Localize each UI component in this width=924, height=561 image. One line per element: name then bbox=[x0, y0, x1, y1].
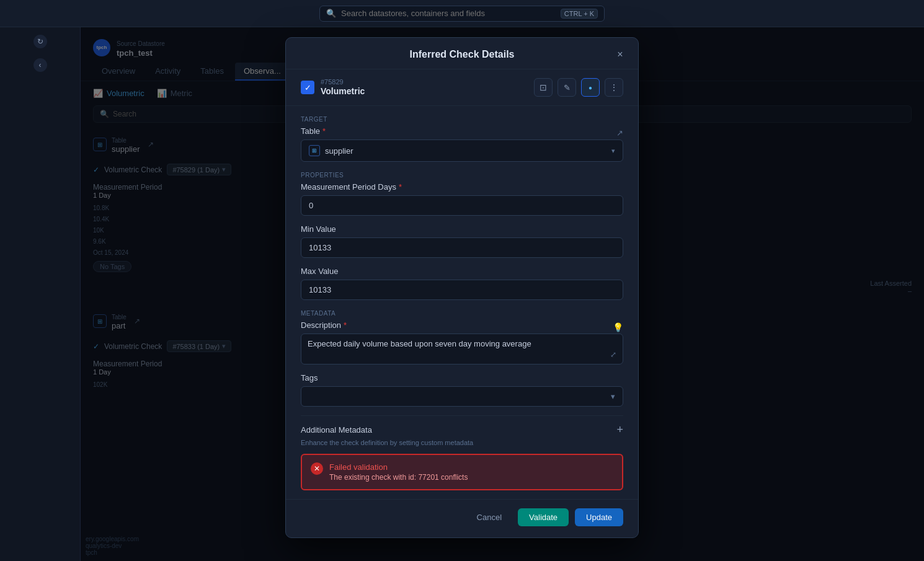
table-field-group: Table * ↗ ⊞ supplier ▾ bbox=[301, 126, 623, 162]
validation-error-box: ✕ Failed validation The existing check w… bbox=[301, 454, 623, 490]
part-table-name: part bbox=[112, 321, 125, 330]
error-message: The existing check with id: 77201 confli… bbox=[329, 473, 468, 482]
update-button[interactable]: Update bbox=[575, 508, 623, 526]
chevron-down-icon-2: ▾ bbox=[222, 342, 226, 350]
modal-footer: Cancel Validate Update bbox=[286, 499, 638, 537]
meas-period-days-label: Measurement Period Days bbox=[301, 182, 396, 192]
tab-metric[interactable]: 📊 Metric bbox=[157, 89, 192, 98]
min-value-field[interactable] bbox=[309, 243, 615, 252]
properties-section-label: Properties bbox=[301, 172, 623, 179]
min-value-input[interactable] bbox=[301, 237, 623, 258]
edit-button[interactable]: ✎ bbox=[558, 78, 576, 97]
error-x-icon: ✕ bbox=[311, 462, 323, 475]
refresh-icon: ↻ bbox=[37, 37, 43, 46]
add-metadata-button[interactable]: + bbox=[616, 423, 623, 436]
target-section-label: Target bbox=[301, 116, 623, 123]
copy-icon: ⊡ bbox=[540, 82, 547, 92]
table-selected-value: supplier bbox=[325, 146, 353, 156]
additional-metadata-section: Additional Metadata + bbox=[301, 415, 623, 439]
more-icon: ⋮ bbox=[610, 82, 618, 92]
modal-check-row: ✓ #75829 Volumetric ⊡ ✎ ● ⋮ bbox=[286, 69, 638, 106]
table-external-link-icon[interactable]: ↗ bbox=[616, 128, 623, 138]
check-title-info: #75829 Volumetric bbox=[321, 78, 365, 97]
meas-period-days-field[interactable] bbox=[309, 201, 615, 210]
modal-close-button[interactable]: × bbox=[612, 46, 628, 63]
modal-body: Target Table * ↗ ⊞ supplier ▾ bbox=[286, 106, 638, 499]
check-badge-2[interactable]: #75833 (1 Day) ▾ bbox=[167, 340, 231, 352]
lightbulb-icon: 💡 bbox=[613, 322, 623, 332]
copy-button[interactable]: ⊡ bbox=[534, 78, 553, 97]
volumetric-check-label-2: Volumetric Check bbox=[104, 342, 162, 351]
desc-required-star: * bbox=[344, 320, 347, 330]
check-id: #75829 bbox=[321, 78, 365, 86]
additional-meta-title: Additional Metadata bbox=[301, 425, 372, 435]
check-checkbox[interactable]: ✓ bbox=[301, 81, 314, 94]
content-search-input[interactable] bbox=[113, 110, 212, 118]
chevron-left-icon: ‹ bbox=[39, 61, 42, 69]
status-dot-button[interactable]: ● bbox=[581, 78, 600, 97]
max-value-field[interactable] bbox=[309, 285, 615, 294]
select-chevron-icon: ▾ bbox=[611, 147, 615, 155]
datastore-info: Source Datastore tpch_test bbox=[117, 37, 165, 58]
tab-observa[interactable]: Observa... bbox=[235, 63, 290, 81]
table-prefix-label: Table bbox=[112, 137, 127, 144]
check-title-left: ✓ #75829 Volumetric bbox=[301, 78, 365, 97]
global-search-input[interactable] bbox=[341, 9, 556, 18]
table-required-star: * bbox=[322, 126, 326, 136]
measurement-period-days-group: Measurement Period Days * bbox=[301, 182, 623, 216]
cancel-button[interactable]: Cancel bbox=[467, 508, 512, 526]
top-search-bar: 🔍 CTRL + K bbox=[0, 0, 924, 27]
check-actions: ⊡ ✎ ● ⋮ bbox=[534, 78, 623, 97]
external-link-icon-2: ↗ bbox=[134, 317, 140, 325]
no-tags-badge: No Tags bbox=[93, 261, 131, 272]
table-select-inner: ⊞ supplier bbox=[309, 145, 353, 156]
table-icon-part: ⊞ bbox=[93, 314, 107, 328]
tags-label: Tags bbox=[301, 373, 318, 382]
table-label-row: Table * ↗ bbox=[301, 126, 623, 139]
tab-tables[interactable]: Tables bbox=[192, 63, 233, 81]
edit-icon: ✎ bbox=[564, 83, 571, 92]
metric-label: Metric bbox=[171, 89, 192, 98]
sidebar: ↻ ‹ bbox=[0, 27, 81, 561]
description-textarea-wrap[interactable]: Expected daily volume based upon seven d… bbox=[301, 334, 623, 364]
check-badge-1[interactable]: #75829 (1 Day) ▾ bbox=[167, 164, 231, 175]
table2-prefix-label: Table bbox=[112, 314, 127, 320]
datastore-avatar: tpch bbox=[93, 39, 110, 56]
modal-title: Inferred Check Details bbox=[301, 49, 623, 60]
datastore-name: tpch_test bbox=[117, 48, 165, 58]
validate-button[interactable]: Validate bbox=[518, 508, 569, 526]
global-search-wrap[interactable]: 🔍 CTRL + K bbox=[319, 6, 605, 22]
sidebar-refresh-button[interactable]: ↻ bbox=[33, 35, 47, 48]
content-search-icon: 🔍 bbox=[100, 110, 109, 118]
min-value-group: Min Value bbox=[301, 224, 623, 258]
table-label: Table bbox=[301, 126, 320, 136]
check-mark-icon-2: ✓ bbox=[93, 342, 99, 351]
tab-volumetric[interactable]: 📈 Volumetric bbox=[93, 89, 144, 98]
external-link-icon: ↗ bbox=[148, 140, 154, 149]
inferred-check-modal: Inferred Check Details × ✓ #75829 Volume… bbox=[285, 37, 639, 538]
table-icon: ⊞ bbox=[93, 138, 107, 151]
supplier-table-name: supplier bbox=[112, 144, 140, 154]
measurement-period-days-input[interactable] bbox=[301, 195, 623, 216]
max-value-group: Max Value bbox=[301, 267, 623, 300]
search-icon: 🔍 bbox=[326, 9, 336, 18]
check-name: Volumetric bbox=[321, 86, 365, 96]
expand-icon[interactable]: ⤢ bbox=[610, 350, 616, 359]
tab-activity[interactable]: Activity bbox=[146, 63, 189, 81]
tab-overview[interactable]: Overview bbox=[93, 63, 144, 81]
bottom-url: ery.googleapis.comqualytics-devtpch bbox=[81, 536, 144, 556]
error-text-wrap: Failed validation The existing check wit… bbox=[329, 462, 468, 482]
tags-select[interactable]: ▾ bbox=[301, 386, 623, 407]
desc-label-row: Description * 💡 bbox=[301, 320, 623, 334]
table-select[interactable]: ⊞ supplier ▾ bbox=[301, 139, 623, 162]
error-title: Failed validation bbox=[329, 462, 468, 472]
metric-icon: 📊 bbox=[157, 89, 167, 98]
max-value-label: Max Value bbox=[301, 267, 338, 276]
chart-line-icon: 📈 bbox=[93, 89, 103, 98]
volumetric-label: Volumetric bbox=[107, 89, 144, 98]
max-value-input[interactable] bbox=[301, 280, 623, 300]
sidebar-back-button[interactable]: ‹ bbox=[33, 58, 47, 72]
min-value-label: Min Value bbox=[301, 224, 336, 234]
more-button[interactable]: ⋮ bbox=[605, 78, 623, 97]
chevron-down-icon: ▾ bbox=[222, 166, 226, 174]
